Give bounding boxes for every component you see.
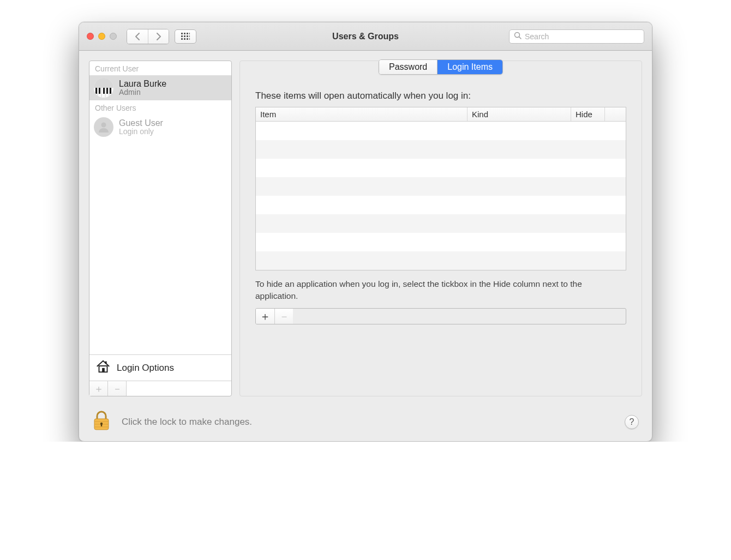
help-button[interactable]: ? — [625, 415, 639, 429]
column-kind[interactable]: Kind — [468, 107, 571, 121]
svg-rect-11 — [189, 38, 190, 40]
house-icon — [95, 358, 111, 377]
svg-rect-29 — [105, 362, 107, 364]
add-login-item-button[interactable]: ＋ — [256, 309, 274, 324]
svg-point-26 — [101, 123, 106, 128]
svg-rect-1 — [184, 33, 185, 34]
window-footer: Click the lock to make changes. ? — [79, 403, 652, 441]
zoom-window-button[interactable] — [110, 33, 117, 40]
table-row — [256, 177, 626, 196]
login-items-heading: These items will open automatically when… — [255, 91, 626, 101]
piano-avatar-icon — [94, 78, 113, 98]
table-row — [256, 122, 626, 140]
svg-rect-9 — [184, 38, 185, 40]
toolbar: Users & Groups — [79, 22, 652, 51]
current-user-row[interactable]: Laura Burke Admin — [89, 75, 231, 100]
content-area: Current User — [79, 51, 652, 403]
svg-rect-21 — [110, 88, 111, 94]
user-name: Laura Burke — [119, 79, 166, 89]
grid-icon — [181, 33, 190, 40]
login-items-hint: To hide an application when you log in, … — [255, 278, 626, 302]
table-row — [256, 214, 626, 233]
svg-rect-18 — [99, 88, 100, 94]
column-hide[interactable]: Hide — [571, 107, 605, 121]
lock-icon[interactable] — [92, 410, 111, 435]
remove-user-button[interactable]: － — [108, 381, 127, 396]
table-body[interactable] — [256, 122, 626, 270]
lock-hint: Click the lock to make changes. — [122, 417, 252, 427]
guest-text: Guest User Login only — [119, 118, 163, 136]
tab-bar: Password Login Items — [379, 59, 503, 75]
close-window-button[interactable] — [87, 33, 94, 40]
user-text: Laura Burke Admin — [119, 79, 166, 97]
forward-button[interactable] — [148, 29, 169, 44]
sidebar-spacer — [89, 140, 231, 354]
column-item[interactable]: Item — [256, 107, 468, 121]
table-header: Item Kind Hide — [256, 107, 626, 122]
guest-name: Guest User — [119, 118, 163, 128]
tab-password[interactable]: Password — [379, 60, 437, 74]
tab-bar-container: Password Login Items — [255, 60, 626, 75]
tab-login-items[interactable]: Login Items — [437, 60, 502, 74]
user-role: Admin — [119, 88, 166, 97]
login-items-controls: ＋ － — [255, 308, 626, 324]
svg-rect-4 — [181, 35, 183, 37]
search-input[interactable] — [525, 32, 639, 41]
login-options-row[interactable]: Login Options — [89, 354, 231, 381]
back-button[interactable] — [127, 29, 148, 44]
svg-rect-6 — [187, 35, 188, 37]
login-options-label: Login Options — [117, 363, 174, 374]
svg-rect-20 — [106, 88, 108, 94]
table-row — [256, 159, 626, 177]
column-spacer — [605, 107, 626, 121]
remove-login-item-button[interactable]: － — [274, 309, 293, 324]
chevron-right-icon — [156, 33, 161, 40]
svg-line-13 — [519, 37, 522, 39]
svg-rect-15 — [94, 78, 113, 88]
guest-avatar — [94, 117, 113, 137]
svg-rect-10 — [187, 38, 188, 40]
svg-rect-19 — [103, 88, 105, 94]
table-row — [256, 196, 626, 214]
add-user-button[interactable]: ＋ — [89, 381, 108, 396]
svg-rect-0 — [181, 33, 183, 34]
window-controls — [87, 33, 117, 40]
svg-rect-2 — [187, 33, 188, 34]
main-panel: Password Login Items These items will op… — [239, 61, 642, 396]
preferences-window: Users & Groups Current User — [79, 22, 652, 442]
search-field-container[interactable] — [509, 29, 644, 44]
svg-rect-8 — [181, 38, 183, 40]
show-all-button[interactable] — [175, 29, 196, 44]
nav-back-forward — [127, 29, 169, 44]
svg-rect-35 — [101, 424, 102, 426]
svg-rect-7 — [189, 35, 190, 37]
search-icon — [514, 32, 522, 41]
minimize-window-button[interactable] — [98, 33, 105, 40]
other-users-section-label: Other Users — [89, 100, 231, 115]
svg-rect-28 — [102, 368, 105, 372]
guest-role: Login only — [119, 128, 163, 136]
login-items-table: Item Kind Hide — [255, 107, 626, 270]
svg-rect-5 — [184, 35, 185, 37]
user-avatar — [94, 78, 113, 98]
users-sidebar: Current User — [89, 61, 232, 396]
person-icon — [97, 121, 110, 134]
table-row — [256, 140, 626, 159]
table-row — [256, 233, 626, 251]
current-user-section-label: Current User — [89, 61, 231, 75]
sidebar-footer: ＋ － — [89, 381, 231, 396]
guest-user-row[interactable]: Guest User Login only — [89, 115, 231, 140]
svg-rect-17 — [95, 88, 97, 94]
table-row — [256, 251, 626, 270]
svg-rect-3 — [189, 33, 190, 34]
chevron-left-icon — [135, 33, 140, 40]
